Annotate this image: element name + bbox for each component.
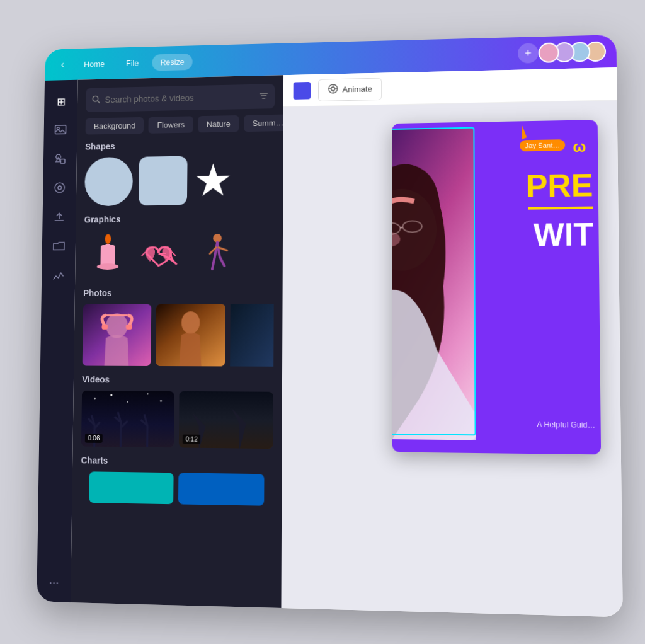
selected-image[interactable] xyxy=(392,129,476,440)
svg-line-12 xyxy=(142,252,146,256)
svg-line-13 xyxy=(172,252,176,256)
image-icon xyxy=(54,122,67,139)
graphic-candle[interactable] xyxy=(83,230,132,279)
svg-rect-8 xyxy=(100,245,115,266)
palette-icon xyxy=(53,181,66,197)
back-button[interactable]: ‹ xyxy=(54,56,71,73)
svg-point-7 xyxy=(105,234,111,244)
nav-home-tab[interactable]: Home xyxy=(76,55,113,72)
animate-icon xyxy=(328,83,339,96)
svg-point-4 xyxy=(55,183,64,193)
layout-icon: ⊞ xyxy=(57,95,66,108)
shape-star[interactable]: ★ xyxy=(193,158,234,202)
device-frame: ‹ Home File Resize + ⊞ xyxy=(37,35,623,617)
filter-tag-nature[interactable]: Nature xyxy=(198,115,239,132)
photo-headphones[interactable] xyxy=(83,304,152,366)
svg-rect-21 xyxy=(230,304,274,367)
svg-rect-18 xyxy=(126,325,132,330)
svg-point-5 xyxy=(58,185,62,189)
graphics-section: Graphics xyxy=(75,213,283,289)
charts-title: Charts xyxy=(81,455,273,468)
sidebar-item-upload[interactable] xyxy=(47,206,71,231)
chart-item-blue[interactable] xyxy=(178,473,265,505)
filter-tag-summer[interactable]: Summ… xyxy=(244,115,283,132)
shape-rounded-rect[interactable] xyxy=(139,156,188,206)
nav-file-tab[interactable]: File xyxy=(118,54,147,71)
svg-rect-3 xyxy=(60,159,65,163)
animate-label: Animate xyxy=(343,84,372,95)
sidebar-item-elements[interactable] xyxy=(48,147,72,172)
photos-grid xyxy=(83,304,274,367)
elements-icon xyxy=(54,151,67,168)
design-guide-text: A Helpful Guid… xyxy=(537,420,595,430)
sidebar-item-chart[interactable] xyxy=(46,264,70,289)
sidebar-item-palette[interactable] xyxy=(48,176,72,201)
pre-underline xyxy=(528,207,593,210)
back-icon: ‹ xyxy=(61,59,64,70)
svg-point-30 xyxy=(331,86,335,90)
sidebar-item-folder[interactable] xyxy=(47,235,71,260)
sidebar-item-layout[interactable]: ⊞ xyxy=(49,89,73,114)
video-night-sky[interactable]: 0:06 xyxy=(81,391,174,447)
upload-icon xyxy=(52,210,66,226)
videos-section: Videos xyxy=(72,374,282,457)
canvas-area: Animate Jay Sant… xyxy=(281,67,622,617)
svg-rect-17 xyxy=(102,325,108,330)
svg-point-14 xyxy=(213,234,222,243)
chart-icon xyxy=(52,268,65,285)
graphics-grid xyxy=(83,229,274,279)
videos-grid: 0:06 xyxy=(81,391,273,449)
star-icon: ★ xyxy=(193,158,234,202)
nav-plus-button[interactable]: + xyxy=(518,43,539,64)
filter-tag-background[interactable]: Background xyxy=(86,117,144,135)
search-icon xyxy=(92,95,100,105)
videos-title: Videos xyxy=(82,374,273,386)
svg-rect-0 xyxy=(55,125,66,134)
nav-spacer xyxy=(198,54,513,61)
charts-section: Charts xyxy=(72,455,282,515)
svg-rect-10 xyxy=(105,244,110,248)
filter-tag-flowers[interactable]: Flowers xyxy=(149,116,193,133)
filter-tags: Background Flowers Nature Summ… xyxy=(77,115,283,142)
svg-point-27 xyxy=(160,400,162,402)
design-text-wit: WIT xyxy=(534,219,594,251)
shapes-section: Shapes ★ xyxy=(76,139,283,215)
cursor-label-jay: Jay Sant… xyxy=(520,139,565,151)
sidebar-item-image[interactable] xyxy=(49,118,72,143)
more-options-button[interactable]: ... xyxy=(44,567,64,592)
graphics-title: Graphics xyxy=(84,213,275,225)
design-card: ω PRE WIT A Helpful Guid… Mimansha xyxy=(392,120,601,454)
svg-line-37 xyxy=(400,227,402,228)
graphic-dancer[interactable] xyxy=(193,229,243,279)
photo-person-orange[interactable] xyxy=(156,304,225,366)
elements-panel: Background Flowers Nature Summ… Shapes ★ xyxy=(71,75,283,608)
svg-point-9 xyxy=(97,263,119,270)
main-area: ⊞ xyxy=(37,67,623,617)
avatar-1[interactable] xyxy=(539,42,559,63)
filter-icon[interactable] xyxy=(259,91,269,103)
nav-resize-tab[interactable]: Resize xyxy=(152,53,193,71)
photos-title: Photos xyxy=(83,287,274,298)
graphic-sunglasses[interactable] xyxy=(138,230,187,280)
folder-icon xyxy=(52,239,66,255)
charts-preview xyxy=(81,471,273,506)
design-text-pre: PRE xyxy=(526,170,593,202)
video-duration-2: 0:12 xyxy=(183,434,201,444)
color-picker[interactable] xyxy=(294,81,311,99)
nav-avatars xyxy=(544,41,606,62)
photos-section: Photos xyxy=(74,287,283,376)
search-input[interactable] xyxy=(105,92,254,105)
search-bar xyxy=(86,84,275,112)
animate-button[interactable]: Animate xyxy=(318,78,382,101)
shapes-grid: ★ xyxy=(84,154,275,206)
photo-small[interactable] xyxy=(230,304,274,367)
chart-item-teal[interactable] xyxy=(89,471,173,504)
shape-circle[interactable] xyxy=(84,157,133,206)
canvas-content: Jay Sant… xyxy=(281,100,622,617)
video-duration-1: 0:06 xyxy=(85,434,103,443)
cursor-jay: Jay Sant… xyxy=(520,125,565,151)
video-trees[interactable]: 0:12 xyxy=(179,391,273,449)
design-logo: ω xyxy=(573,138,586,156)
